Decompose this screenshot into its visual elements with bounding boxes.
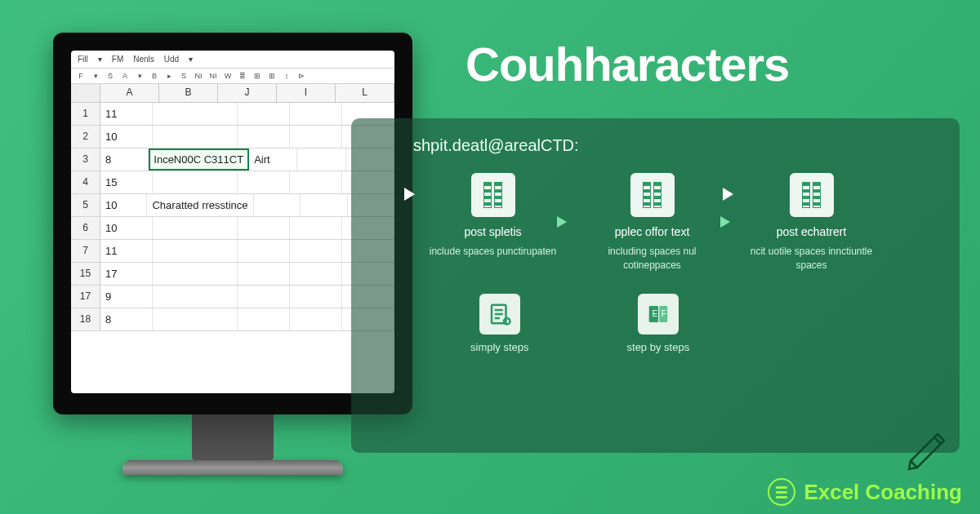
cell[interactable]: 11 bbox=[100, 103, 153, 125]
cell[interactable] bbox=[238, 126, 290, 148]
tool-button[interactable]: F bbox=[76, 72, 86, 80]
step-subtitle: include spaces punctirupaten bbox=[425, 245, 560, 259]
cell[interactable] bbox=[153, 171, 238, 193]
tool-button[interactable]: NI bbox=[194, 72, 203, 80]
tool-button[interactable]: B bbox=[149, 72, 159, 80]
table-row: 188 bbox=[71, 308, 394, 331]
menu-item[interactable]: FM bbox=[112, 55, 123, 64]
select-all-corner[interactable] bbox=[71, 84, 100, 102]
tool-button[interactable]: S bbox=[179, 72, 189, 80]
step-card: post echatrert ncit uotile spaces inncti… bbox=[744, 173, 879, 273]
cell[interactable] bbox=[290, 171, 342, 193]
cell[interactable] bbox=[238, 263, 290, 285]
cell[interactable] bbox=[290, 308, 342, 330]
row-header[interactable]: 5 bbox=[71, 194, 100, 216]
cell[interactable] bbox=[153, 263, 238, 285]
col-header[interactable]: I bbox=[277, 84, 336, 102]
cell[interactable]: 8 bbox=[100, 148, 149, 171]
row-header[interactable]: 15 bbox=[71, 263, 100, 285]
bottom-step-label: simply steps bbox=[470, 341, 529, 353]
tool-button[interactable]: ⊞ bbox=[267, 72, 277, 80]
col-header[interactable]: B bbox=[159, 84, 218, 102]
cell[interactable]: InceN00C C311CT bbox=[149, 148, 249, 171]
col-header[interactable]: J bbox=[218, 84, 277, 102]
tool-button[interactable]: ⊞ bbox=[252, 72, 262, 80]
pencil-icon bbox=[898, 416, 956, 473]
tool-button[interactable]: ⊳ bbox=[296, 72, 306, 80]
row-header[interactable]: 17 bbox=[71, 286, 100, 308]
cell[interactable] bbox=[238, 217, 290, 239]
row-header[interactable]: 4 bbox=[71, 171, 100, 193]
panel-heading: shpit.deatl@arealCTD: bbox=[413, 136, 930, 155]
cell[interactable] bbox=[153, 308, 238, 330]
cell[interactable] bbox=[290, 217, 342, 239]
tool-button[interactable]: ↕ bbox=[282, 72, 292, 80]
cell[interactable]: Airt bbox=[249, 148, 297, 171]
cell[interactable] bbox=[254, 194, 301, 216]
cell[interactable] bbox=[238, 103, 290, 125]
cell[interactable] bbox=[290, 103, 342, 125]
row-header[interactable]: 6 bbox=[71, 217, 100, 239]
cell[interactable]: Charatted rresstince bbox=[147, 194, 253, 216]
book-icon: EF bbox=[638, 294, 679, 335]
menu-item[interactable]: Nenls bbox=[133, 55, 154, 64]
cell[interactable] bbox=[153, 286, 238, 308]
cell[interactable] bbox=[238, 286, 290, 308]
brand-logo-icon bbox=[768, 478, 795, 506]
tool-button[interactable]: W bbox=[223, 72, 233, 80]
col-header[interactable]: A bbox=[100, 84, 159, 102]
cell[interactable] bbox=[153, 103, 238, 125]
cell[interactable]: 8 bbox=[100, 308, 153, 330]
document-icon bbox=[471, 173, 515, 217]
tool-button[interactable]: ≣ bbox=[238, 72, 247, 80]
cell[interactable]: 10 bbox=[100, 217, 153, 239]
cell[interactable] bbox=[290, 126, 342, 148]
cell[interactable] bbox=[297, 148, 345, 171]
row-header[interactable]: 18 bbox=[71, 308, 100, 330]
cell[interactable] bbox=[153, 240, 238, 262]
step-title: post spletis bbox=[425, 225, 560, 238]
cell[interactable]: 15 bbox=[100, 171, 153, 193]
cell[interactable] bbox=[290, 240, 342, 262]
table-row: 38InceN00C C311CTAirt bbox=[71, 148, 394, 171]
cell[interactable] bbox=[290, 286, 342, 308]
step-title: pplec offor text bbox=[585, 225, 719, 238]
cell[interactable] bbox=[153, 126, 238, 148]
cell[interactable] bbox=[238, 240, 290, 262]
cell[interactable] bbox=[153, 217, 238, 239]
tool-button[interactable]: ▾ bbox=[135, 72, 145, 80]
svg-text:F: F bbox=[662, 308, 666, 317]
row-header[interactable]: 1 bbox=[71, 103, 100, 125]
checklist-icon bbox=[479, 294, 520, 335]
menu-item[interactable]: ▾ bbox=[98, 55, 102, 64]
tool-button[interactable]: S bbox=[105, 72, 115, 80]
cell[interactable]: 11 bbox=[100, 240, 153, 262]
cell[interactable] bbox=[290, 263, 342, 285]
monitor-base bbox=[122, 460, 343, 475]
col-header[interactable]: L bbox=[336, 84, 394, 102]
tool-button[interactable]: A bbox=[120, 72, 130, 80]
cell[interactable]: 17 bbox=[100, 263, 153, 285]
row-header[interactable]: 7 bbox=[71, 240, 100, 262]
cell[interactable]: 10 bbox=[100, 126, 153, 148]
bottom-steps: simply steps EF step by steps bbox=[470, 294, 930, 353]
cell[interactable] bbox=[238, 171, 290, 193]
row-header[interactable]: 2 bbox=[71, 126, 100, 148]
bottom-step-label: step by steps bbox=[627, 341, 690, 353]
cell[interactable]: 9 bbox=[100, 286, 153, 308]
row-header[interactable]: 3 bbox=[71, 148, 100, 171]
tool-button[interactable]: NI bbox=[208, 72, 218, 80]
spreadsheet-grid[interactable]: A B J I L 11121038InceN00C C311CTAirt415… bbox=[71, 84, 394, 393]
cell[interactable]: 10 bbox=[100, 194, 147, 216]
brand-name: Excel Coaching bbox=[804, 480, 962, 505]
menu-item[interactable]: ▾ bbox=[189, 55, 193, 64]
menu-item[interactable]: Udd bbox=[164, 55, 179, 64]
arrow-icon bbox=[557, 216, 567, 228]
cell[interactable] bbox=[238, 308, 290, 330]
tool-button[interactable]: ▾ bbox=[91, 72, 100, 80]
monitor-stand bbox=[192, 414, 274, 460]
info-panel: shpit.deatl@arealCTD: post spletis inclu… bbox=[351, 118, 960, 453]
menu-item[interactable]: Fill bbox=[78, 55, 88, 64]
cell[interactable] bbox=[301, 194, 347, 216]
tool-button[interactable]: ▸ bbox=[164, 72, 174, 80]
